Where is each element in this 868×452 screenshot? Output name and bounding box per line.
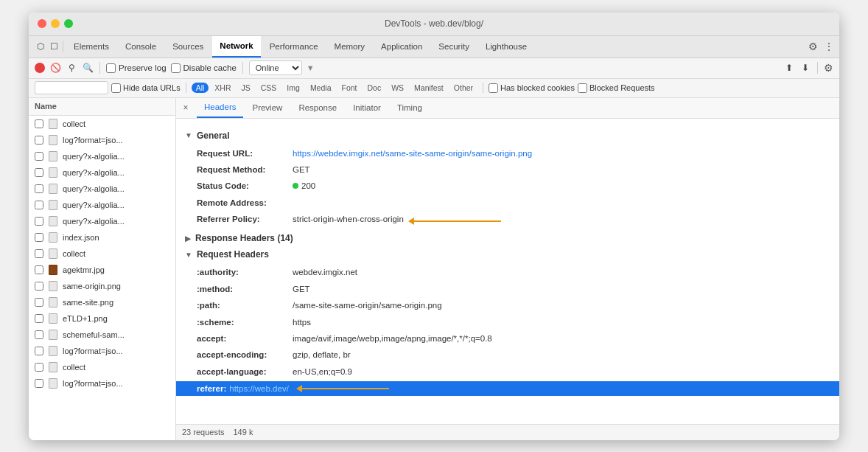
filter-doc[interactable]: Doc <box>363 83 386 93</box>
clear-button[interactable]: 🚫 <box>49 62 61 74</box>
list-item[interactable]: log?format=jso... <box>29 132 175 148</box>
tab-initiator[interactable]: Initiator <box>346 98 388 119</box>
list-item[interactable]: collect <box>29 116 175 132</box>
item-checkbox[interactable] <box>35 136 43 145</box>
item-checkbox[interactable] <box>35 282 43 291</box>
list-item[interactable]: query?x-algolia... <box>29 148 175 164</box>
list-item[interactable]: query?x-algolia... <box>29 181 175 197</box>
general-section-header[interactable]: General <box>185 131 830 141</box>
item-checkbox[interactable] <box>35 168 43 177</box>
file-icon <box>48 281 58 291</box>
list-item[interactable]: same-site.png <box>29 294 175 310</box>
item-checkbox[interactable] <box>35 347 43 355</box>
preserve-log-input[interactable] <box>106 63 116 73</box>
filter-js[interactable]: JS <box>237 83 255 93</box>
close-button[interactable] <box>38 19 46 28</box>
item-checkbox[interactable] <box>35 265 43 274</box>
list-item[interactable]: log?format=jso... <box>29 343 175 359</box>
filter-font[interactable]: Font <box>337 83 361 93</box>
accept-language-row: accept-language: en-US,en;q=0.9 <box>185 364 830 380</box>
accept-encoding-value: gzip, deflate, br <box>293 348 351 361</box>
list-item[interactable]: index.json <box>29 229 175 246</box>
close-detail-button[interactable]: × <box>179 101 192 114</box>
file-icon <box>48 200 58 210</box>
response-headers-section-header[interactable]: Response Headers (14) <box>185 233 830 243</box>
tab-lighthouse[interactable]: Lighthouse <box>478 35 534 58</box>
tab-performance[interactable]: Performance <box>262 35 326 58</box>
tab-headers[interactable]: Headers <box>197 98 243 119</box>
item-checkbox[interactable] <box>35 363 43 372</box>
tab-application[interactable]: Application <box>374 35 430 58</box>
list-item[interactable]: query?x-algolia... <box>29 197 175 213</box>
cursor-tool-button[interactable]: ⬡ <box>35 41 46 52</box>
list-item[interactable]: query?x-algolia... <box>29 164 175 181</box>
filter-ws[interactable]: WS <box>387 83 408 93</box>
request-headers-section-header[interactable]: Request Headers <box>185 249 830 260</box>
has-blocked-cookies-input[interactable] <box>489 83 498 93</box>
tab-response[interactable]: Response <box>291 98 344 119</box>
list-item[interactable]: eTLD+1.png <box>29 310 175 327</box>
settings-icon[interactable]: ⚙ <box>808 41 818 52</box>
throttle-select[interactable]: Online Offline Slow 3G Fast 3G <box>249 60 302 75</box>
accept-key: accept: <box>197 332 293 345</box>
device-mode-button[interactable]: ☐ <box>48 41 60 52</box>
disable-cache-checkbox[interactable]: Disable cache <box>171 63 237 73</box>
preserve-log-checkbox[interactable]: Preserve log <box>106 63 167 73</box>
request-url-value: https://webdev.imgix.net/same-site-same-… <box>293 147 532 160</box>
filter-xhr[interactable]: XHR <box>210 83 235 93</box>
item-checkbox[interactable] <box>35 201 43 209</box>
export-button[interactable]: ⬇ <box>799 62 811 74</box>
request-method-row: Request Method: GET <box>185 161 830 178</box>
list-item[interactable]: same-origin.png <box>29 278 175 294</box>
filter-css[interactable]: CSS <box>256 83 281 93</box>
list-item[interactable]: collect <box>29 359 175 375</box>
item-name: eTLD+1.png <box>63 314 169 323</box>
disable-cache-input[interactable] <box>171 63 181 73</box>
blocked-requests-input[interactable] <box>578 83 587 93</box>
tab-console[interactable]: Console <box>118 35 164 58</box>
file-icon <box>48 297 58 307</box>
filter-input[interactable] <box>35 81 108 94</box>
list-item[interactable]: collect <box>29 246 175 262</box>
filter-button[interactable]: ⚲ <box>66 62 77 74</box>
item-checkbox[interactable] <box>35 217 43 226</box>
item-checkbox[interactable] <box>35 152 43 161</box>
minimize-button[interactable] <box>51 19 60 28</box>
list-item[interactable]: log?format=jso... <box>29 375 175 392</box>
record-button[interactable] <box>35 63 45 73</box>
item-checkbox[interactable] <box>35 314 43 323</box>
item-checkbox[interactable] <box>35 184 43 193</box>
filter-img[interactable]: Img <box>282 83 304 93</box>
more-menu-icon[interactable]: ⋮ <box>824 41 833 52</box>
tab-timing[interactable]: Timing <box>390 98 430 119</box>
item-checkbox[interactable] <box>35 233 43 242</box>
tab-memory[interactable]: Memory <box>327 35 373 58</box>
search-button[interactable]: 🔍 <box>82 62 94 74</box>
tab-elements[interactable]: Elements <box>66 35 116 58</box>
has-blocked-cookies-checkbox[interactable]: Has blocked cookies <box>489 83 575 93</box>
item-checkbox[interactable] <box>35 119 43 128</box>
tab-security[interactable]: Security <box>431 35 477 58</box>
filter-all[interactable]: All <box>192 83 209 93</box>
import-button[interactable]: ⬆ <box>783 62 795 74</box>
network-settings-icon[interactable]: ⚙ <box>824 62 833 74</box>
filter-manifest[interactable]: Manifest <box>410 83 448 93</box>
item-checkbox[interactable] <box>35 249 43 258</box>
filter-media[interactable]: Media <box>306 83 336 93</box>
tab-preview[interactable]: Preview <box>245 98 290 119</box>
filter-other[interactable]: Other <box>449 83 477 93</box>
tab-network[interactable]: Network <box>212 35 260 58</box>
blocked-requests-checkbox[interactable]: Blocked Requests <box>578 83 655 93</box>
tab-sources[interactable]: Sources <box>165 35 211 58</box>
maximize-button[interactable] <box>64 19 73 28</box>
referer-arrow-head <box>296 385 302 392</box>
item-checkbox[interactable] <box>35 298 43 307</box>
list-item[interactable]: query?x-algolia... <box>29 213 175 229</box>
item-checkbox[interactable] <box>35 330 43 339</box>
list-item[interactable]: schemeful-sam... <box>29 327 175 343</box>
item-checkbox[interactable] <box>35 379 43 388</box>
accept-encoding-row: accept-encoding: gzip, deflate, br <box>185 347 830 363</box>
hide-data-urls-input[interactable] <box>111 83 121 93</box>
hide-data-urls-checkbox[interactable]: Hide data URLs <box>111 83 181 93</box>
list-item[interactable]: agektmr.jpg <box>29 262 175 278</box>
